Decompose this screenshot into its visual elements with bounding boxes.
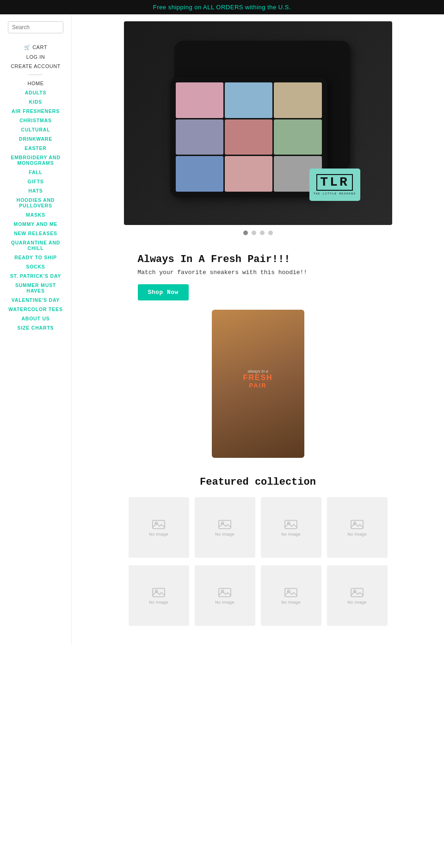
sidebar-item-socks[interactable]: SOCKS [5, 262, 67, 271]
slider-dot-1[interactable] [243, 231, 248, 235]
sidebar-item-home[interactable]: HOME [5, 79, 67, 88]
product-card-4[interactable]: No Image [327, 497, 388, 558]
product-image-6: No Image [195, 565, 255, 626]
product-card-5[interactable]: No Image [129, 565, 189, 626]
login-link[interactable]: Log in [5, 52, 67, 62]
tlr-logo: TLR THE LITTLE REASONS [309, 169, 360, 201]
product-image-1: No Image [129, 497, 189, 558]
no-image-label-2: No Image [215, 532, 234, 537]
sidebar-item-fall[interactable]: FALL [5, 168, 67, 177]
banner-text: Free shipping on ALL ORDERS withing the … [153, 4, 291, 11]
hoodie-overlay-text: always in a FRESH PAIR [243, 369, 272, 389]
svg-rect-14 [351, 588, 363, 597]
sidebar-item-adults[interactable]: ADULTS [5, 88, 67, 97]
svg-rect-6 [351, 520, 363, 529]
product-image-3: No Image [261, 497, 321, 558]
sidebar-item-summer[interactable]: SUMMER MUST HAVES [5, 281, 67, 295]
sidebar-item-kids[interactable]: KIDS [5, 97, 67, 106]
create-account-link[interactable]: Create account [5, 62, 67, 71]
photo-cell-6 [274, 119, 321, 155]
no-image-label-4: No Image [347, 532, 366, 537]
photo-cell-3 [274, 82, 321, 118]
no-image-icon [218, 519, 231, 530]
svg-rect-4 [285, 520, 297, 529]
pillow-container: TLR THE LITTLE REASONS [137, 31, 379, 215]
product-image-2: No Image [195, 497, 255, 558]
no-image-icon [351, 519, 364, 530]
tlr-logo-sub: THE LITTLE REASONS [314, 192, 356, 195]
sidebar-item-st-patricks[interactable]: ST. PATRICK'S DAY [5, 271, 67, 281]
svg-rect-12 [285, 588, 297, 597]
product-card-8[interactable]: No Image [327, 565, 388, 626]
sidebar-item-christmas[interactable]: CHRISTMAS [5, 116, 67, 125]
sidebar-item-gifts[interactable]: GIFTS [5, 177, 67, 186]
slider-dots [124, 231, 392, 235]
product-card-2[interactable]: No Image [195, 497, 255, 558]
sidebar-item-quarantine[interactable]: QUARANTINE AND CHILL [5, 238, 67, 253]
sidebar-item-size-charts[interactable]: SIZE CHARTS [5, 323, 67, 332]
product-card-6[interactable]: No Image [195, 565, 255, 626]
no-image-label-1: No Image [149, 532, 168, 537]
svg-rect-8 [153, 588, 165, 597]
photo-cell-7 [176, 156, 223, 192]
slider-dot-3[interactable] [260, 231, 265, 235]
hero-slider: TLR THE LITTLE REASONS [124, 21, 392, 235]
sidebar-item-new-releases[interactable]: NEW RELEASES [5, 229, 67, 238]
pillow-front [170, 77, 327, 197]
photo-cell-8 [225, 156, 272, 192]
photo-cell-5 [225, 119, 272, 155]
sidebar-item-watercolor[interactable]: WATERCOLOR TEES [5, 305, 67, 314]
slider-dot-4[interactable] [268, 231, 273, 235]
svg-rect-0 [153, 520, 165, 529]
hero-image: TLR THE LITTLE REASONS [124, 21, 392, 225]
no-image-icon [218, 587, 231, 598]
sidebar-item-ready-to-ship[interactable]: READY TO SHIP [5, 253, 67, 262]
no-image-label-3: No Image [281, 532, 300, 537]
svg-rect-2 [219, 520, 231, 529]
sidebar-item-masks[interactable]: MASKS [5, 210, 67, 219]
no-image-icon [152, 587, 165, 598]
svg-rect-10 [219, 588, 231, 597]
sidebar-item-mommy-and-me[interactable]: MOMMY AND ME [5, 219, 67, 229]
product-image-8: No Image [327, 565, 388, 626]
no-image-icon [351, 587, 364, 598]
main-layout: 🛒 Cart Log in Create account HOME ADULTS… [0, 14, 444, 645]
product-image-4: No Image [327, 497, 388, 558]
shop-now-button[interactable]: Shop Now [138, 284, 189, 300]
sidebar-item-cultural[interactable]: CULTURAL [5, 125, 67, 134]
no-image-label-8: No Image [347, 600, 366, 605]
no-image-label-7: No Image [281, 600, 300, 605]
featured-title: Featured collection [129, 476, 388, 488]
sidebar-item-valentines[interactable]: VALENTINE'S DAY [5, 295, 67, 305]
sidebar-item-about[interactable]: ABOUT US [5, 314, 67, 323]
search-input[interactable] [8, 21, 63, 33]
promo-title: Always In A Fresh Pair!!! [138, 254, 378, 265]
sidebar: 🛒 Cart Log in Create account HOME ADULTS… [0, 14, 72, 645]
tlr-logo-main: TLR [316, 174, 352, 191]
sidebar-item-embroidery[interactable]: EMBROIDERY AND MONOGRAMS [5, 153, 67, 168]
sidebar-item-easter[interactable]: EASTER [5, 144, 67, 153]
no-image-icon [284, 519, 297, 530]
slider-dot-2[interactable] [252, 231, 256, 235]
photo-cell-1 [176, 82, 223, 118]
sidebar-item-hats[interactable]: HATS [5, 186, 67, 195]
photo-cell-4 [176, 119, 223, 155]
main-content: TLR THE LITTLE REASONS Always In A Fresh… [72, 14, 444, 645]
product-image-7: No Image [261, 565, 321, 626]
sidebar-item-drinkware[interactable]: DRINKWARE [5, 134, 67, 144]
cart-link[interactable]: 🛒 Cart [5, 43, 67, 52]
product-grid-row2: No Image No Image [129, 565, 388, 626]
no-image-icon [152, 519, 165, 530]
no-image-label-6: No Image [215, 600, 234, 605]
no-image-label-5: No Image [149, 600, 168, 605]
sidebar-item-air-fresheners[interactable]: AIR FRESHENERS [5, 106, 67, 116]
product-image-5: No Image [129, 565, 189, 626]
sidebar-item-hoodies[interactable]: HOODIES AND PULLOVERS [5, 195, 67, 210]
featured-section: Featured collection No Image [124, 472, 392, 638]
sidebar-divider [29, 75, 43, 75]
promo-section: Always In A Fresh Pair!!! Match your fav… [124, 244, 392, 310]
product-card-1[interactable]: No Image [129, 497, 189, 558]
product-card-7[interactable]: No Image [261, 565, 321, 626]
promo-subtitle: Match your favorite sneakers with this h… [138, 269, 378, 276]
product-card-3[interactable]: No Image [261, 497, 321, 558]
